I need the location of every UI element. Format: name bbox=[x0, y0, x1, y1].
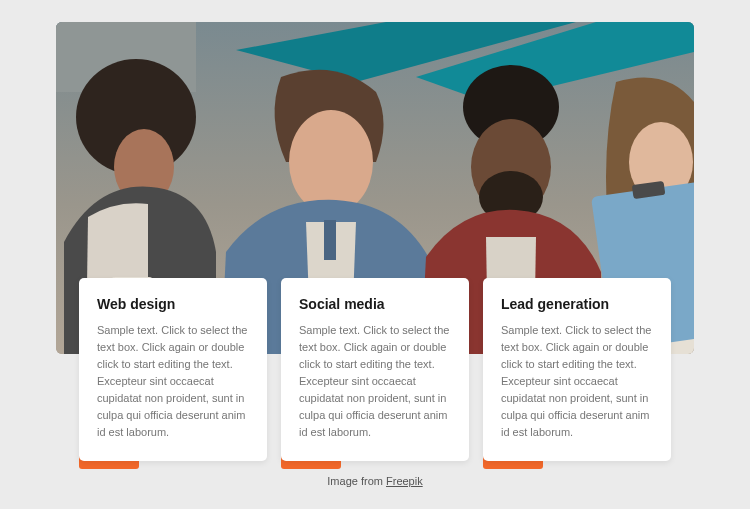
card-body: Sample text. Click to select the text bo… bbox=[299, 322, 451, 441]
card-lead-generation[interactable]: Lead generation Sample text. Click to se… bbox=[483, 278, 671, 461]
attribution-prefix: Image from bbox=[327, 475, 386, 487]
card-social-media[interactable]: Social media Sample text. Click to selec… bbox=[281, 278, 469, 461]
card-title: Web design bbox=[97, 296, 249, 312]
svg-point-8 bbox=[289, 110, 373, 214]
card-body: Sample text. Click to select the text bo… bbox=[97, 322, 249, 441]
attribution-link[interactable]: Freepik bbox=[386, 475, 423, 487]
card-web-design[interactable]: Web design Sample text. Click to select … bbox=[79, 278, 267, 461]
card-title: Social media bbox=[299, 296, 451, 312]
image-attribution: Image from Freepik bbox=[0, 475, 750, 487]
card-title: Lead generation bbox=[501, 296, 653, 312]
card-body: Sample text. Click to select the text bo… bbox=[501, 322, 653, 441]
svg-rect-9 bbox=[324, 220, 336, 260]
cards-row: Web design Sample text. Click to select … bbox=[79, 278, 671, 461]
